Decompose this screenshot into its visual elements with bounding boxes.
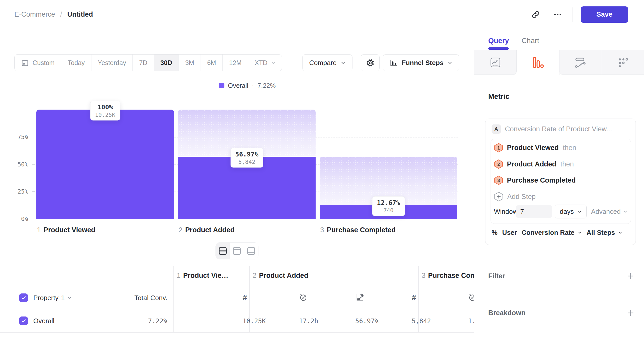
column-header-step-1[interactable]: 1Product Viewed bbox=[177, 272, 231, 280]
hash-icon: # bbox=[243, 293, 247, 302]
tooltip-percent: 56.97% bbox=[235, 150, 258, 158]
query-panel: Query Chart Metric A Conversion Rate of … bbox=[474, 29, 644, 359]
column-divider bbox=[173, 266, 174, 332]
cell-value: 1.9D bbox=[468, 317, 474, 325]
cell-value: 56.97% bbox=[355, 317, 378, 325]
add-breakdown-button[interactable] bbox=[627, 309, 635, 317]
window-unit-select[interactable]: days bbox=[555, 205, 587, 218]
check-icon bbox=[20, 295, 27, 301]
link-icon bbox=[531, 10, 540, 19]
metric-card: A Conversion Rate of Product View... 1Pr… bbox=[485, 119, 636, 245]
svg-text:3: 3 bbox=[497, 178, 500, 183]
measure-scope-select[interactable]: All Steps bbox=[587, 229, 622, 237]
chart-percent-icon bbox=[355, 293, 365, 303]
series-title[interactable]: Conversion Rate of Product View... bbox=[505, 125, 612, 133]
total-conv-header[interactable]: Total Conv. bbox=[134, 294, 167, 302]
add-step-label: Add Step bbox=[507, 193, 536, 201]
step-name: Product Added bbox=[507, 160, 556, 168]
chevron-down-icon bbox=[578, 230, 582, 235]
column-header-step-2[interactable]: 2Product Added bbox=[253, 272, 308, 280]
breakdown-section-label: Breakdown bbox=[488, 309, 526, 317]
line-chart-icon bbox=[490, 57, 501, 68]
more-menu-button[interactable] bbox=[550, 7, 565, 22]
chevron-down-icon bbox=[623, 209, 628, 214]
tooltip-count: 740 bbox=[377, 207, 400, 213]
tooltip-percent: 12.67% bbox=[377, 199, 400, 206]
chevron-down-icon bbox=[67, 296, 72, 300]
property-selector[interactable]: Property 1 bbox=[33, 294, 72, 302]
advanced-toggle[interactable]: Advanced bbox=[591, 208, 628, 216]
window-unit-value: days bbox=[560, 208, 574, 216]
window-label: Window bbox=[494, 208, 517, 216]
step-name: Purchase Completed bbox=[507, 176, 576, 184]
property-label: Property bbox=[33, 294, 58, 302]
measure-percent: % bbox=[492, 229, 497, 237]
add-step-button[interactable]: Add Step bbox=[494, 192, 536, 202]
layout-toggle-group bbox=[216, 242, 258, 259]
column-header-step-3[interactable]: 3Purchase Completed bbox=[422, 272, 474, 280]
breadcrumb-separator: / bbox=[60, 10, 62, 18]
step-name: Product Viewed bbox=[507, 144, 559, 152]
step-number-badge: 1 bbox=[494, 143, 503, 153]
property-index: 1 bbox=[61, 294, 65, 302]
measure-scope-value: All Steps bbox=[587, 229, 615, 237]
layout-toggle-table-only[interactable] bbox=[244, 243, 258, 259]
filter-section-label: Filter bbox=[488, 272, 505, 280]
cell-value: 5,842 bbox=[412, 317, 431, 325]
measure-type-select[interactable]: Conversion Rate bbox=[522, 229, 582, 237]
row-total-conv: 7.22% bbox=[148, 317, 167, 325]
chart-type-tabs bbox=[474, 50, 644, 75]
funnel-step-3[interactable]: 3Purchase Completed bbox=[494, 175, 576, 185]
measure-row: % User Conversion Rate All Steps bbox=[485, 226, 636, 239]
svg-text:1: 1 bbox=[497, 145, 500, 151]
chart-type-tab-flow[interactable] bbox=[559, 50, 602, 75]
funnel-bar-1[interactable] bbox=[36, 110, 174, 219]
tab-query[interactable]: Query bbox=[488, 37, 509, 45]
chart-type-tab-funnel[interactable] bbox=[517, 50, 559, 75]
chart-type-tab-line-chart[interactable] bbox=[474, 50, 517, 75]
check-icon bbox=[20, 318, 27, 324]
chevron-down-icon bbox=[618, 230, 622, 235]
clock-check-icon bbox=[468, 293, 474, 303]
bar-tooltip-2: 56.97%5,842 bbox=[230, 148, 263, 167]
select-all-checkbox[interactable] bbox=[19, 293, 28, 302]
layout-toggle-split-view[interactable] bbox=[216, 243, 230, 259]
breadcrumb-current[interactable]: Untitled bbox=[67, 10, 93, 18]
breadcrumb-project[interactable]: E-Commerce bbox=[14, 10, 55, 18]
funnel-step-1[interactable]: 1Product Viewedthen bbox=[494, 143, 576, 153]
chart-only-icon bbox=[232, 246, 242, 256]
topbar-divider bbox=[573, 7, 573, 22]
ellipsis-icon bbox=[553, 10, 562, 19]
add-filter-button[interactable] bbox=[627, 272, 635, 280]
bar-tooltip-3: 12.67%740 bbox=[372, 196, 405, 216]
layout-toggle-chart-only[interactable] bbox=[230, 243, 244, 259]
chart-type-tab-breakdown-grid[interactable] bbox=[602, 50, 644, 75]
active-tab-underline bbox=[488, 47, 509, 50]
tooltip-percent: 100% bbox=[95, 103, 115, 111]
series-badge: A bbox=[492, 124, 501, 134]
save-button[interactable]: Save bbox=[581, 6, 628, 23]
header-border bbox=[0, 310, 474, 310]
chevron-down-icon bbox=[577, 209, 582, 214]
window-input[interactable]: 7 bbox=[516, 205, 552, 218]
grid-dots-icon bbox=[617, 56, 629, 69]
funnel-icon bbox=[532, 56, 544, 69]
metric-section-label: Metric bbox=[488, 92, 509, 101]
main-content: CustomTodayYesterday7D30D3M6M12MXTD Comp… bbox=[0, 29, 474, 359]
tab-chart[interactable]: Chart bbox=[522, 37, 539, 45]
step-connector: then bbox=[560, 160, 574, 168]
cell-value: 10.25K bbox=[243, 317, 266, 325]
bar-tooltip-1: 100%10.25K bbox=[90, 101, 120, 121]
row-name: Overall bbox=[33, 317, 54, 325]
step-connector: then bbox=[563, 144, 576, 152]
filter-section: Filter bbox=[488, 269, 635, 283]
split-view-icon bbox=[218, 246, 228, 256]
row-checkbox-overall[interactable] bbox=[19, 316, 28, 325]
flow-icon bbox=[574, 56, 587, 69]
funnel-step-2[interactable]: 2Product Addedthen bbox=[494, 159, 574, 169]
share-link-button[interactable] bbox=[528, 7, 543, 22]
tooltip-count: 5,842 bbox=[235, 159, 258, 165]
clock-check-icon bbox=[299, 293, 308, 303]
step-number-badge: 3 bbox=[494, 175, 503, 185]
measure-entity[interactable]: User bbox=[502, 229, 517, 237]
